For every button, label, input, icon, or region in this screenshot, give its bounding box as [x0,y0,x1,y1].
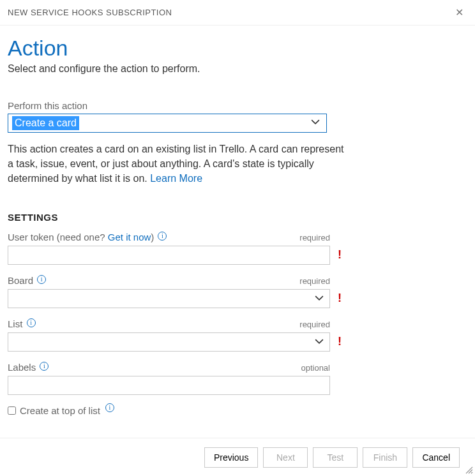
finish-button[interactable]: Finish [363,447,407,468]
user-token-row: User token (need one? Get it now) i requ… [8,232,330,265]
user-token-input[interactable] [8,246,330,265]
action-description: This action creates a card on an existin… [8,142,346,186]
next-button[interactable]: Next [263,447,308,468]
dialog-title: NEW SERVICE HOOKS SUBSCRIPTION [8,8,172,17]
board-required: required [299,276,330,286]
user-token-label: User token (need one? Get it now) i [8,232,167,243]
content-area: Action Select and configure the action t… [0,23,475,438]
dialog-footer: Previous Next Test Finish Cancel [0,438,475,476]
info-icon[interactable]: i [37,275,46,284]
error-icon: ! [338,335,342,348]
page-subtitle: Select and configure the action to perfo… [8,63,456,75]
close-icon[interactable]: ✕ [451,5,467,20]
info-icon[interactable]: i [40,362,49,371]
board-row: Board i required ! [8,275,330,308]
test-button[interactable]: Test [313,447,358,468]
list-row: List i required ! [8,318,330,352]
dialog-header: NEW SERVICE HOOKS SUBSCRIPTION ✕ [0,0,475,26]
previous-button[interactable]: Previous [204,447,258,468]
list-label: List i [8,318,36,330]
info-icon[interactable]: i [105,403,114,412]
settings-heading: SETTINGS [8,212,456,223]
board-label: Board i [8,275,46,286]
top-of-list-checkbox[interactable] [8,406,16,415]
labels-label: Labels i [8,362,49,373]
list-required: required [299,320,330,329]
page-title: Action [8,36,456,61]
chevron-down-icon [305,117,326,129]
cancel-button[interactable]: Cancel [412,447,460,468]
top-of-list-row[interactable]: Create at top of list i [8,405,456,416]
info-icon[interactable]: i [27,318,36,327]
list-select[interactable] [8,332,330,352]
resize-grip-icon[interactable] [465,466,474,475]
error-icon: ! [338,248,342,262]
labels-optional: optional [301,363,330,373]
board-select[interactable] [8,289,330,308]
user-token-required: required [299,233,330,242]
top-of-list-label: Create at top of list [20,405,100,416]
error-icon: ! [338,292,342,305]
labels-row: Labels i optional [8,362,330,395]
labels-input[interactable] [8,376,330,395]
perform-action-label: Perform this action [8,100,456,111]
perform-action-select[interactable]: Create a card [8,114,327,133]
perform-action-selected: Create a card [12,116,79,130]
get-it-now-link[interactable]: Get it now [108,232,151,242]
learn-more-link[interactable]: Learn More [150,173,202,184]
info-icon[interactable]: i [158,232,167,241]
